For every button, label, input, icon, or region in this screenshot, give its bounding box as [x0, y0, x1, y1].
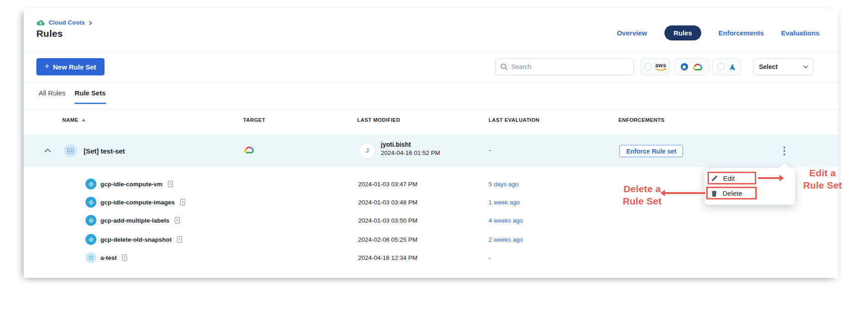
nav-rules-active[interactable]: Rules — [664, 25, 701, 40]
annotation-edit-label: Edit a Rule Set — [791, 167, 854, 191]
breadcrumb-chevron-icon — [87, 20, 92, 25]
doc-icon[interactable] — [167, 180, 174, 188]
rule-row[interactable]: a-test 2024-04-16 12:34 PM - — [24, 248, 838, 267]
search-icon — [500, 63, 508, 70]
rule-last-evaluation-link[interactable]: 5 days ago — [489, 175, 519, 193]
provider-toggle-aws[interactable]: aws — [641, 58, 670, 75]
aws-logo: aws — [655, 63, 666, 71]
enforce-rule-set-button[interactable]: Enforce Rule set — [619, 145, 683, 157]
rule-last-modified: 2024-01-03 03:47 PM — [358, 175, 418, 193]
doc-icon[interactable] — [174, 217, 180, 224]
tab-rule-sets[interactable]: Rule Sets — [75, 89, 105, 104]
rule-name: gcp-delete-old-snapshot — [100, 236, 172, 243]
rules-tabs: All Rules Rule Sets — [39, 89, 106, 104]
annotation-delete-box — [706, 187, 757, 199]
rule-icon — [85, 215, 96, 226]
nav-enforcements[interactable]: Enforcements — [718, 29, 764, 37]
column-header-last-modified[interactable]: LAST MODIFIED — [357, 117, 400, 123]
rule-set-row[interactable]: [Set] test-set J jyoti.bisht 2024-04-16 … — [24, 134, 838, 167]
doc-icon[interactable] — [121, 254, 128, 261]
nav-overview[interactable]: Overview — [617, 29, 647, 37]
filter-select-value: Select — [759, 63, 778, 70]
rule-name: gcp-idle-compute-images — [100, 199, 175, 206]
gcp-logo — [692, 63, 703, 71]
tab-all-rules[interactable]: All Rules — [39, 89, 65, 104]
rule-icon — [85, 197, 96, 208]
new-rule-set-label: New Rule Set — [53, 63, 96, 71]
breadcrumb[interactable]: $ Cloud Costs — [36, 19, 91, 26]
rule-row[interactable]: gcp-delete-old-snapshot 2024-02-06 05:25… — [24, 230, 838, 248]
toolbar-divider — [24, 83, 838, 83]
annotation-edit-box — [708, 172, 756, 184]
provider-toggle-azure[interactable] — [712, 58, 741, 75]
kebab-menu-icon[interactable] — [779, 144, 790, 157]
column-header-target[interactable]: TARGET — [243, 117, 265, 123]
rule-icon — [85, 252, 96, 263]
rule-set-name: [Set] test-set — [84, 147, 125, 155]
aws-radio[interactable] — [644, 63, 652, 70]
rule-last-evaluation-link[interactable]: 2 weeks ago — [489, 230, 523, 248]
rule-name: a-test — [100, 254, 117, 261]
azure-radio[interactable] — [717, 63, 724, 70]
main-content-card: $ Cloud Costs Rules Overview Rules Enfor… — [24, 8, 838, 278]
nav-evaluations[interactable]: Evaluations — [781, 29, 819, 37]
annotation-arrow-right — [758, 177, 780, 179]
tabs-divider — [24, 109, 838, 109]
chevron-up-icon[interactable] — [45, 149, 51, 155]
provider-toggle-gcp[interactable] — [675, 58, 709, 75]
azure-logo — [728, 63, 737, 71]
cloud-costs-icon: $ — [36, 19, 45, 26]
page-title: Rules — [36, 28, 63, 39]
top-nav: Overview Rules Enforcements Evaluations — [617, 25, 819, 40]
rule-last-modified: 2024-01-03 03:50 PM — [358, 211, 418, 229]
rule-last-modified: 2024-02-06 05:25 PM — [358, 230, 418, 248]
rule-name: gcp-idle-compute-vm — [100, 181, 163, 188]
doc-icon[interactable] — [176, 236, 183, 243]
plus-icon: + — [45, 62, 50, 71]
rule-icon — [85, 179, 96, 189]
rule-name: gcp-add-multiple-labels — [100, 217, 170, 224]
rule-last-evaluation-link[interactable]: 4 weeks ago — [489, 211, 523, 229]
svg-text:$: $ — [40, 21, 42, 25]
breadcrumb-label[interactable]: Cloud Costs — [49, 19, 85, 26]
search-box[interactable] — [495, 58, 634, 75]
last-evaluation-value: - — [489, 147, 491, 154]
modified-at: 2024-04-16 01:52 PM — [381, 149, 440, 156]
doc-icon[interactable] — [180, 199, 186, 206]
rule-last-evaluation-link[interactable]: 1 week ago — [489, 193, 520, 211]
rule-last-modified: 2024-01-03 03:48 PM — [358, 193, 418, 211]
chevron-down-icon — [803, 63, 808, 68]
rule-last-modified: 2024-04-16 12:34 PM — [358, 248, 418, 267]
new-rule-set-button[interactable]: + New Rule Set — [36, 58, 105, 75]
target-gcp-icon — [243, 145, 255, 156]
filter-select[interactable]: Select — [753, 58, 813, 75]
sort-asc-icon — [82, 119, 85, 121]
search-input[interactable] — [511, 63, 629, 70]
rule-icon — [85, 234, 96, 245]
header-divider — [24, 51, 838, 52]
annotation-delete-label: Delete a Rule Set — [612, 183, 672, 207]
rule-set-icon — [64, 144, 77, 158]
modified-by: jyoti.bisht — [381, 141, 411, 148]
column-header-last-evaluation[interactable]: LAST EVALUATION — [489, 117, 539, 123]
column-header-enforcements[interactable]: ENFORCEMENTS — [619, 117, 664, 123]
avatar: J — [359, 143, 375, 159]
column-header-name[interactable]: NAME — [62, 117, 85, 123]
gcp-radio[interactable] — [681, 63, 688, 70]
rule-row[interactable]: gcp-add-multiple-labels 2024-01-03 03:50… — [24, 211, 838, 229]
rule-last-evaluation: - — [489, 248, 491, 267]
